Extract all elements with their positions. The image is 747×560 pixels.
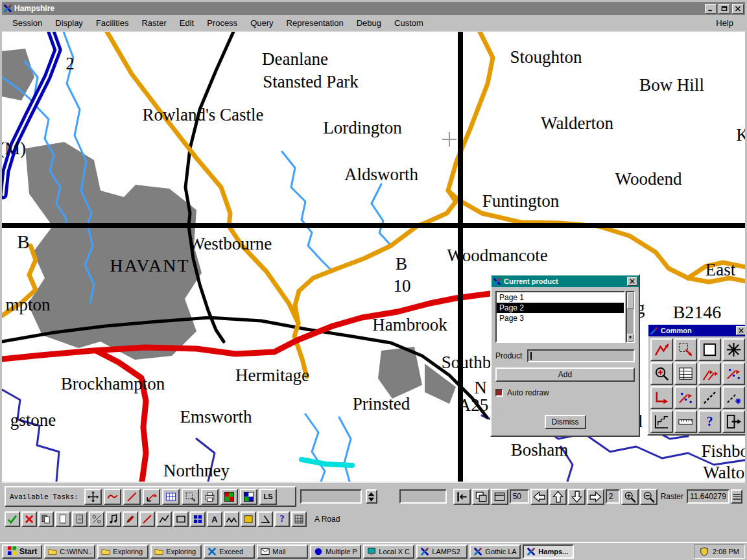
ls-task-button[interactable]: LS	[259, 489, 277, 505]
list-item-page-1[interactable]: Page 1	[497, 292, 624, 303]
scale-field[interactable]: 50	[510, 489, 529, 504]
pane-resize-button[interactable]	[366, 489, 377, 504]
zoom-factor-field[interactable]: 2	[606, 489, 620, 504]
menu-custom[interactable]: Custom	[388, 16, 430, 30]
list-item-page-2[interactable]: Page 2	[497, 303, 624, 313]
menu-help[interactable]: Help	[708, 16, 741, 30]
zoom-in-button[interactable]	[621, 489, 639, 505]
zoom-selection-button[interactable]	[650, 362, 673, 385]
measure-angle-button[interactable]	[257, 511, 273, 527]
list-scrollbar[interactable]: ▼	[626, 291, 635, 343]
task-input[interactable]	[300, 489, 362, 504]
terrain-button[interactable]	[224, 511, 239, 527]
move-vertex-button[interactable]	[650, 338, 673, 361]
taskbar-mail[interactable]: Mail	[257, 544, 308, 559]
menu-facilities[interactable]: Facilities	[89, 16, 136, 30]
reject-button[interactable]	[21, 511, 37, 527]
select-box-task-button[interactable]	[182, 489, 199, 505]
common-titlebar[interactable]: Common	[648, 325, 745, 336]
menu-edit[interactable]: Edit	[173, 16, 200, 30]
construction-line-button[interactable]	[698, 386, 721, 409]
list-item-page-3[interactable]: Page 3	[497, 313, 624, 323]
scale-percent-button[interactable]	[89, 511, 104, 527]
measure-button[interactable]	[674, 410, 697, 433]
draw-line-button[interactable]	[139, 511, 155, 527]
exit-button[interactable]	[722, 410, 745, 433]
pan-up-button[interactable]	[549, 489, 567, 505]
raster-menu-button[interactable]	[731, 489, 742, 504]
maximize-icon[interactable]	[718, 4, 730, 14]
taskbar-hamps-[interactable]: Hamps...	[523, 544, 574, 559]
copy-pages-button[interactable]	[38, 511, 54, 527]
copy-extent-button[interactable]	[674, 338, 697, 361]
grid-view-button[interactable]	[291, 511, 307, 527]
help-button[interactable]: ?	[698, 410, 721, 433]
minimize-icon[interactable]	[705, 4, 717, 14]
taskbar-exploring-[interactable]: Exploring ...	[97, 544, 148, 559]
current-product-titlebar[interactable]: Current product	[492, 275, 639, 287]
menu-representation[interactable]: Representation	[280, 16, 350, 30]
intersect-button[interactable]	[722, 338, 745, 361]
raster-blue-green-task-button[interactable]	[240, 489, 257, 505]
taskbar-local-x-c-[interactable]: Local X C...	[363, 544, 414, 559]
add-button[interactable]: Add	[495, 368, 635, 382]
menu-session[interactable]: Session	[6, 16, 49, 30]
taskbar-exceed[interactable]: Exceed	[204, 544, 255, 559]
draw-rectangle-button[interactable]	[173, 511, 189, 527]
pan-right-button[interactable]	[587, 489, 604, 505]
close-icon[interactable]	[736, 326, 745, 335]
cells-task-button[interactable]	[162, 489, 180, 505]
taskbar-multiple-p-[interactable]: Multiple P...	[310, 544, 361, 559]
highlight-button[interactable]	[241, 511, 256, 527]
pan-task-button[interactable]	[84, 489, 102, 505]
window-cascade-button[interactable]	[472, 489, 490, 505]
scrollbar-down-icon[interactable]: ▼	[627, 334, 634, 342]
draw-box-button[interactable]	[698, 338, 721, 361]
product-input[interactable]	[527, 349, 635, 362]
snap-vertex-button[interactable]	[722, 362, 745, 385]
raster-red-green-task-button[interactable]	[220, 489, 238, 505]
accept-button[interactable]	[5, 511, 20, 527]
sketch-task-button[interactable]	[104, 489, 121, 505]
annotate-text-button[interactable]: A	[207, 511, 222, 527]
menu-display[interactable]: Display	[49, 16, 89, 30]
menu-debug[interactable]: Debug	[350, 16, 388, 30]
pan-left-button[interactable]	[530, 489, 548, 505]
snap-grid-button[interactable]	[190, 511, 206, 527]
digitise-button[interactable]	[123, 511, 138, 527]
start-button[interactable]: Start	[2, 544, 42, 559]
menu-process[interactable]: Process	[200, 16, 244, 30]
window-titlebar[interactable]: Hampshire	[2, 2, 745, 15]
pan-down-button[interactable]	[568, 489, 586, 505]
scrollbar-thumb[interactable]	[627, 292, 634, 309]
shaded-page-button[interactable]	[72, 511, 88, 527]
map-area[interactable]: 2DeanlaneStansted ParkRowland's CastleSt…	[2, 32, 745, 482]
command-input[interactable]	[399, 489, 447, 504]
snap-point-button[interactable]	[674, 386, 697, 409]
construction-point-button[interactable]	[722, 386, 745, 409]
new-page-button[interactable]	[55, 511, 71, 527]
menu-raster[interactable]: Raster	[135, 16, 172, 30]
trace-corner-button[interactable]	[650, 386, 673, 409]
taskbar-c-winn-[interactable]: C:\WINN...	[44, 544, 95, 559]
taskbar-gothic-la-[interactable]: Gothic LA...	[469, 544, 521, 559]
line-task-button[interactable]	[123, 489, 141, 505]
taskbar-lamps2[interactable]: LAMPS2	[416, 544, 468, 559]
window-tile-button[interactable]	[491, 489, 508, 505]
draw-polyline-button[interactable]	[156, 511, 172, 527]
raster-value-field[interactable]: 11.640279	[687, 489, 729, 504]
fit-extent-button[interactable]	[453, 489, 471, 505]
move-point-task-button[interactable]	[143, 489, 160, 505]
close-icon[interactable]	[732, 4, 744, 14]
menu-query[interactable]: Query	[244, 16, 279, 30]
split-line-button[interactable]	[698, 362, 721, 385]
product-page-list[interactable]: Page 1Page 2Page 3 ▼	[495, 291, 635, 343]
zoom-out-button[interactable]	[640, 489, 658, 505]
taskbar-exploring-[interactable]: Exploring ...	[150, 544, 202, 559]
close-icon[interactable]	[627, 277, 637, 286]
context-help-button[interactable]: ?	[274, 511, 290, 527]
print-task-button[interactable]	[201, 489, 219, 505]
attribute-table-button[interactable]	[674, 362, 697, 385]
profile-button[interactable]	[650, 410, 673, 433]
audio-note-button[interactable]	[106, 511, 121, 527]
